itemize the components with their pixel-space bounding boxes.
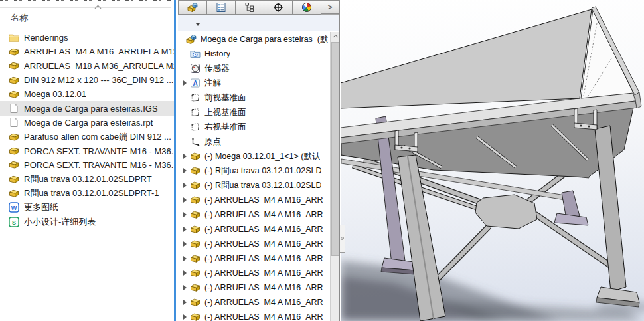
file-label: PORCA SEXT. TRAVANTE M16 - M36... [24,160,174,170]
expand-arrow-icon[interactable] [183,227,190,232]
solidworks-part-icon [9,146,19,156]
tree-label: (-) R間ua trava 03.12.01.02SLD [204,165,321,177]
component-part-icon [190,253,201,265]
filter-funnel-icon[interactable] [181,17,194,29]
component-part-icon [190,297,201,308]
3d-viewport[interactable] [341,0,644,321]
tree-row[interactable]: 右视基准面 [178,120,330,134]
file-row[interactable]: Moega 03.12.01 [0,87,174,101]
divider [0,7,171,8]
tree-row[interactable]: 传感器 [178,61,330,76]
solidworks-part-icon [9,75,19,86]
tree-row[interactable]: (-) ARRUELAS M4 A M16_ARR [178,280,330,295]
tab-dimxpert[interactable] [264,0,293,15]
file-row[interactable]: R間ua trava 03.12.01.02SLDPRT-1 [0,186,174,200]
tab-configurationmanager[interactable] [235,0,264,15]
solidworks-part-icon [9,47,19,57]
expand-arrow-icon[interactable] [183,197,190,203]
expand-arrow-icon[interactable] [183,183,190,188]
feature-tree-area: Moega de Carga para esteiras (默History传感… [178,32,339,321]
expand-arrow-icon[interactable] [183,154,190,159]
file-row[interactable]: PORCA SEXT. TRAVANTE M16 - M36... [0,158,174,172]
file-row[interactable]: S小小设计-详细列表 [0,215,174,229]
tree-row[interactable]: (-) R間ua trava 03.12.01.02SLD [178,178,330,193]
scroll-up-arrow-icon[interactable] [331,32,339,42]
configurationmanager-tab-icon [244,2,255,13]
tree-label: History [204,49,230,58]
component-part-icon [190,239,201,250]
file-row[interactable]: Parafuso allen com cabe鏰 DIN 912 ... [0,130,174,144]
expand-arrow-icon[interactable] [183,168,190,173]
featuremanager-tab-bar: > [178,0,339,15]
file-row[interactable]: ARRUELAS M4 A M16_ARRUELA M12 [0,45,174,58]
plane-icon [190,92,201,104]
tree-row[interactable]: (-) ARRUELAS M4 A M16_ARR [178,237,330,251]
file-row[interactable]: Renderings [0,31,174,45]
tree-filter-bar[interactable] [178,15,339,31]
tree-label: (-) ARRUELAS M4 A M16_ARR [204,283,323,292]
displaymanager-tab-icon [301,2,312,13]
file-row[interactable]: DIN 912 M12 x 120 --- 36C_DIN 912 ... [0,73,174,87]
tree-label: (-) ARRUELAS M4 A M16_ARR [204,225,323,234]
hopper-plate [341,9,592,108]
file-label: DIN 912 M12 x 120 --- 36C_DIN 912 ... [24,75,173,85]
solidworks-part-icon [9,89,19,100]
sort-ascending-icon[interactable] [96,6,101,11]
tree-label: (-) R間ua trava 03.12.01.02SLD [204,180,321,191]
tree-row[interactable]: History [178,47,330,61]
filter-dropdown-caret-icon[interactable] [196,23,200,26]
tab-overflow-chevron[interactable]: > [321,0,339,14]
file-row[interactable]: R間ua trava 03.12.01.02SLDPRT [0,172,174,186]
expand-arrow-icon[interactable] [183,270,190,276]
tree-row[interactable]: (-) ARRUELAS M4 A M16_ARR [178,251,330,266]
expand-arrow-icon[interactable] [183,285,190,290]
tree-row[interactable]: 原点 [178,134,330,149]
tree-row[interactable]: (-) ARRUELAS M4 A M16_ARR [178,310,330,321]
file-label: Parafuso allen com cabe鏰 DIN 912 ... [24,131,171,143]
tree-scrollbar[interactable] [330,32,339,321]
file-label: Renderings [24,33,68,43]
component-part-icon [190,209,201,221]
expand-arrow-icon[interactable] [183,80,190,86]
history-folder-icon [190,49,201,60]
folder-icon [9,33,19,43]
solidworks-part-icon [9,174,19,185]
tree-row[interactable]: (-) ARRUELAS M4 A M16_ARR [178,295,330,310]
component-part-icon [190,268,201,279]
file-row[interactable]: PORCA SEXT. TRAVANTE M16 - M36... [0,144,174,158]
tree-row[interactable]: (-) ARRUELAS M4 A M16_ARR [178,193,330,207]
tab-displaymanager[interactable] [292,0,321,15]
svg-text:S: S [12,219,16,225]
file-row[interactable]: W更多图纸 [0,201,174,215]
panel-splitter-handle[interactable] [340,225,345,253]
scrollbar-thumb[interactable] [331,42,339,256]
component-part-icon [190,224,201,235]
tree-row[interactable]: (-) ARRUELAS M4 A M16_ARR [178,266,330,280]
tree-row[interactable]: 前视基准面 [178,90,330,105]
tree-row[interactable]: A注解 [178,76,330,90]
expand-arrow-icon[interactable] [183,241,190,247]
tree-label: (-) ARRUELAS M4 A M16_ARR [204,239,323,249]
file-row[interactable]: Moega de Carga para esteiras.rpt [0,116,174,130]
tab-propertymanager[interactable] [206,0,236,15]
featuremanager-panel: > Moega de Carga para esteiras (默History… [178,0,340,321]
file-row[interactable]: ARRUELAS M18 A M36_ARRUELA M20 [0,59,174,73]
tree-row[interactable]: (-) R間ua trava 03.12.01.02SLD [178,163,330,178]
tab-featuremanager[interactable] [178,0,207,15]
expand-arrow-icon[interactable] [183,212,190,217]
tree-row[interactable]: (-) Moega 03.12.01_1<1> (默认 [178,149,330,163]
tree-row[interactable]: (-) ARRUELAS M4 A M16_ARR [178,222,330,237]
column-header-name[interactable]: 名称 [11,12,28,24]
expand-arrow-icon[interactable] [183,256,190,261]
tree-label: Moega de Carga para esteiras (默 [201,34,328,45]
file-label: 小小设计-详细列表 [24,216,96,228]
tree-label: (-) ARRUELAS M4 A M16_ARR [204,210,323,219]
component-part-icon [190,151,201,162]
tree-row[interactable]: (-) ARRUELAS M4 A M16_ARR [178,207,330,222]
file-row[interactable]: Moega de Carga para esteiras.IGS [0,101,174,115]
expand-arrow-icon[interactable] [183,300,190,305]
tree-row[interactable]: 上视基准面 [178,105,330,120]
tree-row[interactable]: Moega de Carga para esteiras (默 [178,32,330,47]
tree-label: (-) ARRUELAS M4 A M16_ARR [204,298,323,307]
expand-arrow-icon[interactable] [183,314,190,320]
